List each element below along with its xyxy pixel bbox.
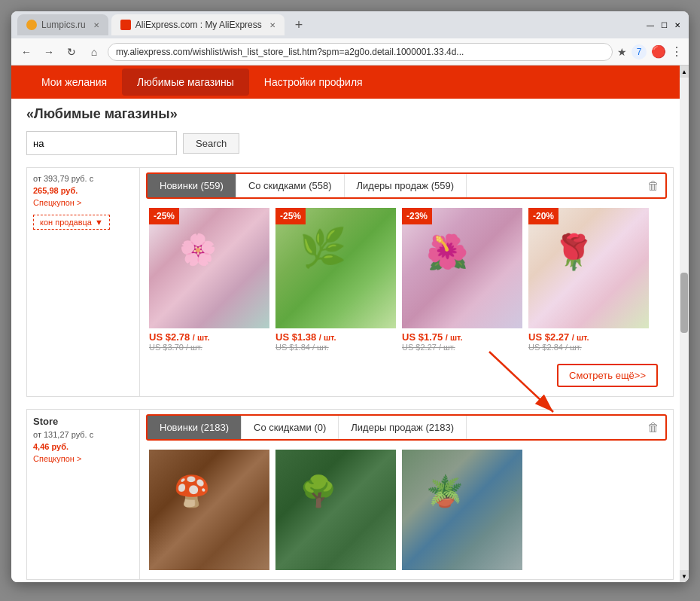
section-1: от 393,79 руб. с 265,98 руб. Спецкупон >… <box>26 167 674 397</box>
section-2: Store от 131,27 руб. с 4,46 руб. Спецкуп… <box>26 409 674 580</box>
product-2-discount: -25% <box>275 208 306 224</box>
product-4-price-new: US $2.27 / шт. <box>528 331 649 343</box>
search-button[interactable]: Search <box>183 133 239 154</box>
browser-window: Lumpics.ru ✕ AliExpress.com : My AliExpr… <box>11 11 689 582</box>
product-6-decoration: 🌳 <box>300 474 337 509</box>
extension-shield-icon[interactable]: 7 <box>632 44 647 59</box>
scrollbar-track: ▲ ▼ <box>680 66 689 582</box>
section-2-tabs-area: Новинки (2183) Со скидками (0) Лидеры пр… <box>140 410 673 441</box>
nav-wishes[interactable]: Мои желания <box>26 69 122 96</box>
product-1-decoration: 🌸 <box>179 232 217 267</box>
product-2-price-old: US $1.84 / шт. <box>275 343 396 352</box>
tab-aliexpress-close[interactable]: ✕ <box>269 21 275 29</box>
product-card-6[interactable]: 🌳 <box>275 450 396 570</box>
see-more-button[interactable]: Смотреть ещё>> <box>557 364 658 387</box>
back-button[interactable]: ← <box>17 43 35 61</box>
product-4-price-old: US $2.84 / шт. <box>528 343 649 352</box>
section-1-delete-button[interactable]: 🗑 <box>641 176 665 196</box>
title-bar: Lumpics.ru ✕ AliExpress.com : My AliExpr… <box>11 11 689 38</box>
ali-nav: Мои желания Любимые магазины Настройки п… <box>11 66 689 99</box>
page-title: «Любимые магазины» <box>26 106 674 122</box>
product-5-image: 🍄 <box>149 450 269 570</box>
address-input[interactable] <box>108 43 613 61</box>
close-button[interactable]: ✕ <box>672 20 683 30</box>
product-1-discount: -25% <box>149 208 179 224</box>
product-card-7[interactable]: 🪴 <box>402 450 522 570</box>
product-2-decoration: 🌿 <box>300 226 346 270</box>
product-card-1[interactable]: -25% 🌸 US $2.78 / шт. US $3.70 / шт. <box>149 208 269 352</box>
scroll-up-button[interactable]: ▲ <box>680 66 689 78</box>
section-2-products-grid: 🍄 🌳 🪴 <box>140 441 673 579</box>
section-1-main: от 393,79 руб. с 265,98 руб. Спецкупон >… <box>27 168 673 396</box>
product-5-decoration: 🍄 <box>173 474 211 509</box>
coupon-button[interactable]: кон продавца ▼ <box>33 215 110 230</box>
section-1-products-area: Новинки (559) Со скидками (558) Лидеры п… <box>140 168 673 396</box>
tab-lumpics-close[interactable]: ✕ <box>93 21 99 29</box>
product-4-discount: -20% <box>528 208 558 224</box>
section-2-tabs: Новинки (2183) Со скидками (0) Лидеры пр… <box>146 414 667 441</box>
product-card-3[interactable]: -23% 🌺 US $1.75 / шт. US $2.27 / шт. <box>402 208 522 352</box>
scrollbar-thumb[interactable] <box>680 273 688 333</box>
search-input[interactable] <box>26 131 177 155</box>
window-controls: — ☐ ✕ <box>645 20 683 30</box>
section-2-products-area: Новинки (2183) Со скидками (0) Лидеры пр… <box>140 410 673 579</box>
tab-new-559[interactable]: Новинки (559) <box>148 174 236 197</box>
product-3-image: -23% 🌺 <box>402 208 522 328</box>
store-1-stat1: от 393,79 руб. с <box>33 174 133 183</box>
section-2-main: Store от 131,27 руб. с 4,46 руб. Спецкуп… <box>27 410 673 579</box>
product-3-discount: -23% <box>402 208 432 224</box>
product-card-4[interactable]: -20% 🌹 US $2.27 / шт. US $2.84 / шт. <box>528 208 649 352</box>
tabs-area: Новинки (559) Со скидками (558) Лидеры п… <box>140 168 673 199</box>
search-row: Search <box>26 131 674 155</box>
product-card-2[interactable]: -25% 🌿 US $1.38 / шт. US $1.84 / шт. <box>275 208 396 352</box>
product-7-decoration: 🪴 <box>426 474 464 509</box>
browser-menu-icon[interactable]: ⋮ <box>671 44 683 59</box>
home-button[interactable]: ⌂ <box>85 43 103 61</box>
tab-lumpics-label: Lumpics.ru <box>41 20 86 30</box>
address-bar: ← → ↻ ⌂ ★ 7 🔴 ⋮ <box>11 38 689 66</box>
lumpics-favicon <box>26 20 37 30</box>
product-1-price-old: US $3.70 / шт. <box>149 343 269 352</box>
forward-button[interactable]: → <box>40 43 58 61</box>
tab-aliexpress[interactable]: AliExpress.com : My AliExpress ✕ <box>111 14 285 35</box>
store-2-stat1: от 131,27 руб. с <box>33 430 133 439</box>
extension-icon[interactable]: 🔴 <box>651 44 666 59</box>
product-2-image: -25% 🌿 <box>275 208 396 328</box>
bookmark-icon[interactable]: ★ <box>617 46 627 58</box>
section-1-products-grid: -25% 🌸 US $2.78 / шт. US $3.70 / шт. <box>140 199 673 361</box>
tab-lumpics[interactable]: Lumpics.ru ✕ <box>17 14 108 35</box>
section-1-tabs: Новинки (559) Со скидками (558) Лидеры п… <box>146 172 667 199</box>
store-2-info: Store от 131,27 руб. с 4,46 руб. Спецкуп… <box>27 410 140 579</box>
new-tab-button[interactable]: + <box>291 17 308 33</box>
tab-top-559[interactable]: Лидеры продаж (559) <box>345 174 467 197</box>
minimize-button[interactable]: — <box>645 20 656 30</box>
store-2-stat2: 4,46 руб. <box>33 442 133 451</box>
scroll-down-button[interactable]: ▼ <box>680 570 689 582</box>
store-1-coupon-link[interactable]: Спецкупон > <box>33 198 133 207</box>
product-card-5[interactable]: 🍄 <box>149 450 269 570</box>
tab-top-2183[interactable]: Лидеры продаж (2183) <box>339 416 467 439</box>
nav-settings[interactable]: Настройки профиля <box>249 69 378 96</box>
store-2-coupon-link[interactable]: Спецкупон > <box>33 454 133 463</box>
refresh-button[interactable]: ↻ <box>62 43 81 61</box>
product-3-price-new: US $1.75 / шт. <box>402 331 522 343</box>
product-1-price-new: US $2.78 / шт. <box>149 331 269 343</box>
product-3-price-old: US $2.27 / шт. <box>402 343 522 352</box>
store-1-info: от 393,79 руб. с 265,98 руб. Спецкупон >… <box>27 168 140 396</box>
section-1-bottom: Смотреть ещё>> <box>140 361 673 396</box>
store-2-name: Store <box>33 416 133 427</box>
product-4-image: -20% 🌹 <box>528 208 649 328</box>
product-6-image: 🌳 <box>275 450 396 570</box>
maximize-button[interactable]: ☐ <box>659 20 669 30</box>
tab-sale-558[interactable]: Со скидками (558) <box>236 174 345 197</box>
product-4-decoration: 🌹 <box>552 232 595 272</box>
store-1-stat2: 265,98 руб. <box>33 186 133 195</box>
product-7-image: 🪴 <box>402 450 522 570</box>
section-2-delete-button[interactable]: 🗑 <box>641 418 665 438</box>
page-body: «Любимые магазины» Search от 393,79 руб.… <box>11 99 689 582</box>
tab-new-2183[interactable]: Новинки (2183) <box>148 416 242 439</box>
nav-stores[interactable]: Любимые магазины <box>122 69 249 96</box>
tab-sale-0[interactable]: Со скидками (0) <box>242 416 339 439</box>
tab-aliexpress-label: AliExpress.com : My AliExpress <box>135 20 262 30</box>
product-2-price-new: US $1.38 / шт. <box>275 331 396 343</box>
